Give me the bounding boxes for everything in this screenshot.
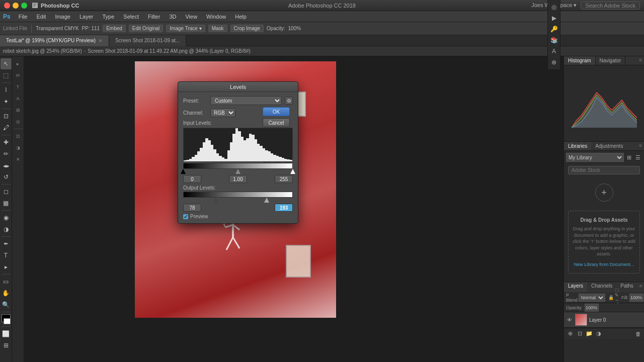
list-view-icon[interactable]: ☰	[634, 153, 642, 161]
float-icon-3[interactable]: 🔑	[549, 24, 559, 34]
menu-type[interactable]: Type	[99, 13, 119, 21]
layers-tab[interactable]: Layers	[564, 282, 587, 292]
delete-layer-icon[interactable]: 🗑	[634, 330, 642, 338]
cancel-button[interactable]: Cancel	[263, 118, 290, 127]
opacity-value-layers[interactable]	[585, 304, 599, 312]
menu-3d[interactable]: 3D	[165, 13, 180, 21]
menu-edit[interactable]: Edit	[32, 13, 50, 21]
settings-icon[interactable]: ⚙	[285, 97, 293, 105]
eyedropper-tool[interactable]: 🖍	[1, 122, 12, 133]
channel-select[interactable]: RGB Red Green Blue	[210, 108, 235, 117]
channels-tab[interactable]: Channels	[587, 282, 616, 292]
create-fill-layer-icon[interactable]: ◑	[595, 330, 603, 338]
brush-tool[interactable]: ✏	[1, 148, 12, 159]
float-icon-1[interactable]: ◎	[549, 2, 559, 12]
navigator-tab[interactable]: Navigator	[596, 56, 626, 65]
menu-file[interactable]: File	[15, 13, 32, 21]
type-tool[interactable]: T	[1, 250, 12, 261]
inner-tool-8[interactable]: ◑	[13, 142, 24, 153]
maximize-button[interactable]	[21, 3, 27, 9]
library-add-button[interactable]: +	[595, 184, 613, 202]
menu-select[interactable]: Select	[119, 13, 143, 21]
magic-wand-tool[interactable]: ✦	[1, 96, 12, 107]
embed-button[interactable]: Embed	[103, 25, 126, 32]
marquee-tool[interactable]: ⬚	[1, 70, 12, 81]
canvas-area[interactable]: Levels OK Cancel Auto Options... ⊘ ⊘ ⊘	[24, 56, 564, 362]
add-mask-icon[interactable]: ⊡	[576, 330, 584, 338]
input-black-value[interactable]	[183, 175, 201, 183]
crop-image-button[interactable]: Crop Image	[230, 25, 264, 32]
pen-tool[interactable]: ✒	[1, 238, 12, 249]
menu-layer[interactable]: Layer	[75, 13, 98, 21]
libraries-tab[interactable]: Libraries	[564, 142, 591, 150]
library-select[interactable]: My Library	[566, 153, 624, 162]
menu-image[interactable]: Image	[51, 13, 74, 21]
float-icon-2[interactable]: ▶	[549, 13, 559, 23]
tab-close-icon[interactable]: ✕	[99, 38, 103, 43]
clone-stamp-tool[interactable]: 🕳	[1, 160, 12, 171]
add-layer-style-icon[interactable]: ⊕	[566, 330, 574, 338]
midtone-slider[interactable]	[235, 169, 240, 174]
layer-name[interactable]: Layer 0	[589, 317, 642, 323]
rectangle-tool[interactable]: ▭	[1, 276, 12, 287]
float-icon-6[interactable]: ⊕	[549, 57, 559, 67]
adjustments-tab[interactable]: Adjustments	[591, 142, 627, 150]
grid-view-icon[interactable]: ⊞	[625, 153, 633, 161]
inner-tool-5[interactable]: ⊞	[13, 105, 24, 116]
crop-tool[interactable]: ⊡	[1, 111, 12, 122]
inner-tool-1[interactable]: ▸	[13, 58, 24, 69]
tab-testlai[interactable]: TestLai* @ 199% (CMYK/GPU Preview) ✕	[0, 35, 109, 46]
dodge-tool[interactable]: ◑	[1, 224, 12, 235]
new-library-link[interactable]: New Library from Document...	[574, 262, 634, 267]
histogram-menu-icon[interactable]: ≡	[637, 56, 644, 65]
inner-tool-3[interactable]: T	[13, 81, 24, 93]
background-color[interactable]	[4, 318, 11, 324]
black-point-slider[interactable]	[181, 169, 186, 174]
search-bar[interactable]: Search Adobe Stock	[581, 2, 640, 10]
close-button[interactable]	[4, 3, 10, 9]
layer-visibility-icon[interactable]: 👁	[566, 316, 573, 323]
minimize-button[interactable]	[13, 3, 19, 9]
float-icon-4[interactable]: 📚	[549, 35, 559, 45]
layer-row[interactable]: 👁 Layer 0	[564, 312, 644, 328]
adobe-stock-search[interactable]	[568, 166, 640, 174]
quick-mask-tool[interactable]: ⬜	[1, 328, 12, 339]
menu-help[interactable]: Help	[231, 13, 251, 21]
blur-tool[interactable]: ◉	[1, 212, 12, 223]
lasso-tool[interactable]: ⌇	[1, 84, 12, 96]
eraser-tool[interactable]: ◻	[1, 186, 12, 197]
fill-value[interactable]	[629, 294, 643, 302]
float-icon-5[interactable]: A	[549, 46, 559, 56]
levels-titlebar[interactable]: Levels	[178, 82, 298, 92]
output-white-slider[interactable]	[264, 198, 269, 203]
preview-checkbox[interactable]	[183, 214, 188, 219]
input-white-value[interactable]	[275, 175, 293, 183]
breadcrumb-item-2[interactable]: Screen Shot 2018-01-09 at 11.49.22 AM.pn…	[88, 48, 251, 54]
breadcrumb-item-1[interactable]: robot sketch.jpg @ 254% (RGB/8#)	[3, 48, 82, 54]
output-black-value[interactable]	[183, 204, 201, 212]
output-white-value[interactable]	[275, 204, 293, 212]
screen-mode-tool[interactable]: ⊞	[1, 340, 12, 351]
image-trace-button[interactable]: Image Trace ▾	[166, 25, 205, 32]
move-tool[interactable]: ↖	[1, 58, 12, 69]
create-group-icon[interactable]: 📁	[585, 330, 593, 338]
menu-view[interactable]: View	[181, 13, 201, 21]
white-point-slider[interactable]	[290, 169, 295, 174]
path-selection-tool[interactable]: ▸	[1, 261, 12, 273]
mask-button[interactable]: Mask	[208, 25, 227, 32]
history-brush-tool[interactable]: ↺	[1, 171, 12, 183]
tab-screenshot[interactable]: Screen Shot 2018-01-09 at...	[109, 35, 186, 46]
inner-tool-7[interactable]: ⊡	[13, 131, 24, 142]
preset-select[interactable]: Custom Default	[210, 96, 282, 105]
edit-original-button[interactable]: Edit Original	[129, 25, 163, 32]
ok-button[interactable]: OK	[263, 107, 290, 116]
traffic-lights[interactable]	[4, 3, 27, 9]
inner-tool-2[interactable]: H	[13, 70, 24, 81]
histogram-tab[interactable]: Histogram	[564, 56, 596, 65]
menu-filter[interactable]: Filter	[144, 13, 164, 21]
healing-brush-tool[interactable]: ✚	[1, 137, 12, 148]
inner-tool-9[interactable]: ✕	[13, 154, 24, 165]
zoom-tool[interactable]: 🔍	[1, 299, 12, 310]
blend-mode-select[interactable]: Normal Multiply Screen	[579, 294, 605, 302]
inner-tool-4[interactable]: A	[13, 93, 24, 104]
